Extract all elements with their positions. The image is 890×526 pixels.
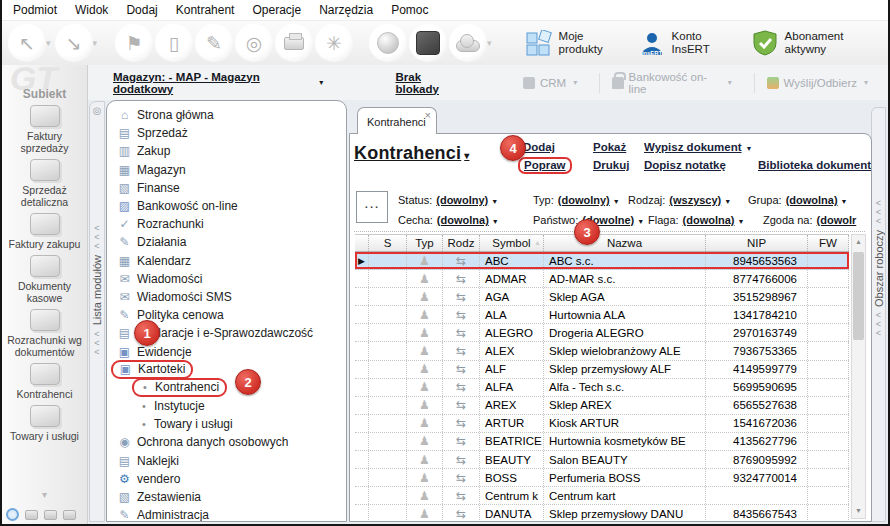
tree-item-wiadomości-sms[interactable]: ✉Wiadomości SMS (107, 288, 346, 306)
tree-item-naklejki[interactable]: ▤Naklejki (107, 452, 346, 470)
filter-value[interactable]: (dowolna) (683, 214, 735, 226)
tree-item-zestawienia[interactable]: ▧Zestawienia (107, 488, 346, 506)
tree-item-finanse[interactable]: ▧Finanse (107, 179, 346, 197)
filter-zgoda-na-[interactable]: Zgoda na:(dowolr (763, 214, 856, 226)
column-header-indicator[interactable] (355, 235, 369, 251)
scroll-up-icon[interactable]: ▲ (852, 235, 865, 249)
menu-operacje[interactable]: Operacje (243, 1, 310, 19)
table-row[interactable]: ♟⇆ALFAAlfa - Tech s.c.5699590695 (355, 379, 849, 397)
find-document-button[interactable]: ◎ (235, 24, 273, 62)
table-row[interactable]: ♟⇆BEATRICEHurtownia kosmetyków BE4135627… (355, 433, 849, 451)
filter-typ-[interactable]: Typ:(dowolny)▼ (533, 194, 620, 206)
menu-pomoc[interactable]: Pomoc (382, 1, 437, 19)
cloud-services-button[interactable] (449, 24, 487, 62)
back-button[interactable]: ↖ (8, 24, 46, 62)
tree-item-wiadomości[interactable]: ✉Wiadomości (107, 270, 346, 288)
tree-item-bankowość-on-line[interactable]: ▨Bankowość on-line (107, 197, 346, 215)
table-row[interactable]: ♟⇆AGASklep AGA3515298967 (355, 288, 849, 306)
module-towary-i-usługi[interactable]: Towary i usługi (2, 405, 87, 442)
action-pokaż[interactable]: Pokaż (593, 141, 626, 153)
cloud-dropdown-icon[interactable]: ▾ (487, 38, 492, 48)
column-header-s[interactable]: S (369, 235, 407, 251)
tab-close-icon[interactable]: × (425, 109, 431, 121)
action-biblioteka-dokument[interactable]: Biblioteka dokument (758, 159, 871, 171)
brak-blokady-link[interactable]: Brak blokady (395, 71, 465, 95)
workspace-strip[interactable]: <<< Obszar roboczy <<< (871, 107, 886, 522)
module-faktury-sprzedaży[interactable]: Faktury sprzedaży (2, 105, 87, 154)
column-header-symbol[interactable]: Symbol▲ (480, 235, 544, 251)
column-header-fw[interactable]: FW (808, 235, 849, 251)
flag-button[interactable]: ⚑ (115, 24, 153, 62)
forward-dropdown-icon[interactable]: ▾ (93, 38, 98, 48)
filter-value[interactable]: (dowolr (817, 214, 857, 226)
filter-cecha-[interactable]: Cecha:(dowolna)▼ (398, 214, 499, 226)
abonament-status[interactable]: Abonament aktywny (752, 30, 888, 56)
action-dopisz-notatkę[interactable]: Dopisz notatkę (644, 159, 726, 171)
tree-item-ochrona-danych-osobowych[interactable]: ◉Ochrona danych osobowych (107, 433, 346, 451)
tab-kontrahenci[interactable]: Kontrahenci × (357, 107, 437, 134)
print-button[interactable] (275, 24, 313, 62)
filter-status-[interactable]: Status:(dowolny)▼ (398, 194, 498, 206)
table-row[interactable]: ♟⇆ALEGRODrogeria ALEGRO2970163749 (355, 324, 849, 342)
module-kontrahenci[interactable]: Kontrahenci (2, 363, 87, 400)
table-row[interactable]: ♟⇆Centrum kCentrum kart (355, 487, 849, 505)
entity-cube-button[interactable] (409, 24, 447, 62)
table-row[interactable]: ♟⇆ALFSklep przemysłowy ALF4149599779 (355, 361, 849, 379)
new-document-button[interactable]: ▯ (155, 24, 193, 62)
tree-item-instytucje[interactable]: •Instytucje (107, 397, 346, 415)
table-row[interactable]: ♟⇆ARTURKiosk ARTUR1541672036 (355, 415, 849, 433)
menu-widok[interactable]: Widok (66, 1, 117, 19)
tree-item-kalendarz[interactable]: ▦Kalendarz (107, 252, 346, 270)
crm-button[interactable]: CRM ▾ (523, 77, 587, 89)
menu-dodaj[interactable]: Dodaj (117, 1, 166, 19)
filter-rodzaj-[interactable]: Rodzaj:(wszyscy)▼ (628, 194, 731, 206)
magazyn-selector[interactable]: Magazyn: - MAP - Magazyn dodatkowy (113, 71, 315, 95)
filter-value[interactable]: (dowolny) (558, 194, 610, 206)
back-dropdown-icon[interactable]: ▾ (46, 38, 51, 48)
module-dokumenty-kasowe[interactable]: Dokumenty kasowe (2, 255, 87, 304)
tree-item-sprzedaż[interactable]: ▤Sprzedaż (107, 124, 346, 142)
filter-value[interactable]: (wszyscy) (669, 194, 721, 206)
tree-item-vendero[interactable]: ⚙vendero (107, 470, 346, 488)
wyslij-odbierz-button[interactable]: Wyślij/Odbierz ▾ (767, 77, 878, 89)
tree-item-działania[interactable]: ✎Działania (107, 233, 346, 251)
column-header-rodz[interactable]: Rodz (443, 235, 480, 251)
modules-overflow-chevron[interactable]: ▾ (42, 489, 47, 500)
edit-document-button[interactable]: ✎ (195, 24, 233, 62)
column-header-nazwa[interactable]: Nazwa (544, 235, 706, 251)
table-row[interactable]: ♟⇆ALEXSklep wielobranżowy ALE7936753365 (355, 342, 849, 360)
action-dodaj[interactable]: Dodaj (523, 141, 555, 153)
module-rozrachunki-wg-dokumentów[interactable]: Rozrachunki wg dokumentów (2, 309, 87, 358)
tree-item-kartoteki[interactable]: ▣Kartoteki (107, 361, 346, 379)
table-row[interactable]: ▶♟⇆ABCABC s.c.8945653563 (355, 252, 849, 270)
table-row[interactable]: ♟⇆ALAHurtownia ALA1341784210 (355, 306, 849, 324)
scroll-thumb[interactable] (853, 252, 864, 340)
filter-grupa-[interactable]: Grupa:(dowolna)▼ (748, 194, 848, 206)
page-title[interactable]: Kontrahenci▾ (354, 143, 469, 164)
table-row[interactable]: ♟⇆BOSSPerfumeria BOSS9324770014 (355, 469, 849, 487)
action-wypisz-dokument[interactable]: Wypisz dokument▼ (644, 141, 753, 153)
magazyn-dropdown-icon[interactable]: ▾ (319, 78, 323, 87)
action-popraw[interactable]: Popraw (518, 157, 572, 174)
filter-value[interactable]: (dowolny) (436, 194, 488, 206)
modules-strip[interactable]: ◎ <<< Lista modułów <<< (89, 101, 105, 522)
tree-item-kontrahenci[interactable]: •Kontrahenci (107, 379, 346, 397)
mini-nav-flag-icon[interactable] (44, 510, 57, 520)
tree-item-zakup[interactable]: ▥Zakup (107, 142, 346, 160)
column-header-typ[interactable]: Typ (407, 235, 443, 251)
menu-narzędzia[interactable]: Narzędzia (310, 1, 382, 19)
filter-value[interactable]: (dowolna) (437, 214, 489, 226)
moje-produkty-button[interactable]: Moje produkty (526, 30, 617, 56)
menu-kontrahent[interactable]: Kontrahent (167, 1, 244, 19)
grid-scrollbar[interactable]: ▲ ▼ (851, 234, 866, 519)
bankowosc-button[interactable]: Bankowość on-line ▾ (612, 71, 742, 95)
action-drukuj[interactable]: Drukuj (593, 159, 629, 171)
column-header-nip[interactable]: NIP (706, 235, 808, 251)
filter-flaga-[interactable]: Flaga:(dowolna)▼ (648, 214, 744, 226)
table-row[interactable]: ♟⇆ADMARAD-MAR s.c.8774766006 (355, 270, 849, 288)
tree-item-towary-i-usługi[interactable]: •Towary i usługi (107, 415, 346, 433)
more-filters-button[interactable]: ... (356, 191, 388, 223)
table-row[interactable]: ♟⇆BEAUTYSalon BEAUTY8769095992 (355, 451, 849, 469)
forward-button[interactable]: ↘ (55, 24, 93, 62)
mini-nav-active-icon[interactable] (6, 508, 19, 521)
